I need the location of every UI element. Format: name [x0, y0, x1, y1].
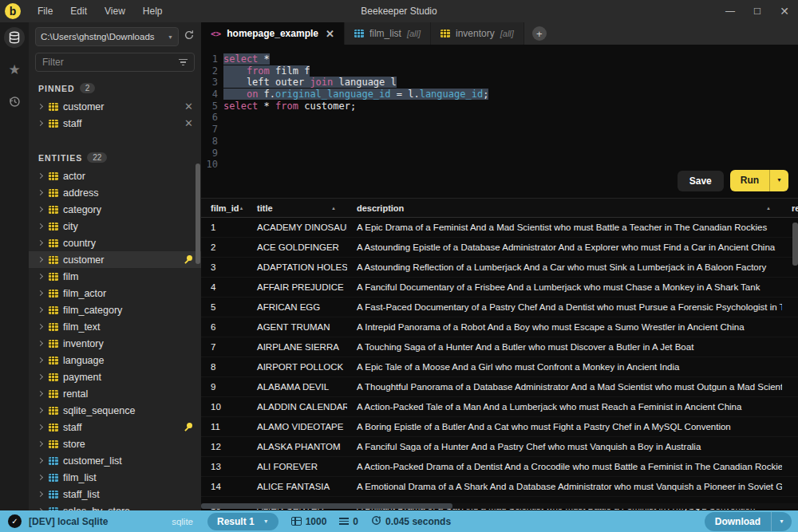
cell[interactable]: 7: [201, 342, 247, 352]
database-icon[interactable]: [4, 27, 25, 48]
cell[interactable]: 4: [201, 282, 247, 292]
table-row[interactable]: 14ALICE FANTASIAA Emotional Drama of a A…: [201, 477, 798, 497]
tab-homepage_example[interactable]: <>homepage_example✕: [201, 22, 345, 45]
cell[interactable]: 6: [201, 322, 247, 332]
cell[interactable]: AFFAIR PREJUDICE: [247, 282, 347, 292]
entity-filter[interactable]: [35, 53, 195, 72]
sidebar-item-city[interactable]: city: [29, 218, 201, 234]
table-row[interactable]: 11ALAMO VIDEOTAPEA Boring Epistle of a B…: [201, 417, 798, 437]
cell[interactable]: 3: [201, 262, 247, 272]
download-options-caret-icon[interactable]: ▼: [772, 514, 792, 528]
chevron-right-icon[interactable]: [38, 441, 43, 447]
table-row[interactable]: 1ACADEMY DINOSAURA Epic Drama of a Femin…: [201, 218, 798, 238]
run-button-label[interactable]: Run: [730, 170, 770, 191]
sidebar-item-film[interactable]: film: [29, 268, 201, 285]
chevron-right-icon[interactable]: [38, 173, 43, 179]
tab-inventory[interactable]: inventory[all]: [431, 22, 524, 45]
table-row[interactable]: 5AFRICAN EGGA Fast-Paced Documentary of …: [201, 298, 798, 317]
chevron-right-icon[interactable]: [38, 508, 43, 510]
sidebar-item-rental[interactable]: rental: [29, 385, 201, 402]
refresh-icon[interactable]: [184, 30, 195, 44]
maximize-icon[interactable]: ☐: [744, 0, 771, 22]
chevron-right-icon[interactable]: [38, 458, 43, 463]
cell[interactable]: ALABAMA DEVIL: [247, 382, 347, 392]
horizontal-scroll-thumb[interactable]: [201, 503, 452, 509]
table-row[interactable]: 10ALADDIN CALENDARA Action-Packed Tale o…: [201, 397, 798, 417]
sql-editor[interactable]: 12345678910 select * from film f left ou…: [201, 45, 798, 198]
chevron-right-icon[interactable]: [38, 290, 43, 296]
result-selector[interactable]: Result 1 ▼: [207, 513, 279, 530]
sidebar-item-actor[interactable]: actor: [29, 167, 201, 184]
menu-help[interactable]: Help: [134, 0, 172, 22]
unpin-close-icon[interactable]: ✕: [184, 100, 193, 112]
chevron-right-icon[interactable]: [38, 223, 43, 229]
cell[interactable]: ALI FOREVER: [247, 462, 347, 471]
chevron-right-icon[interactable]: [38, 491, 43, 497]
tab-film_list[interactable]: film_list[all]: [345, 22, 431, 45]
sidebar-item-language[interactable]: language: [29, 352, 201, 368]
chevron-right-icon[interactable]: [38, 341, 43, 346]
chevron-right-icon[interactable]: [38, 475, 43, 480]
run-options-caret-icon[interactable]: ▼: [770, 170, 788, 191]
chevron-right-icon[interactable]: [38, 357, 43, 363]
download-button[interactable]: Download ▼: [705, 512, 792, 531]
close-icon[interactable]: ✕: [771, 0, 798, 22]
save-button[interactable]: Save: [678, 171, 724, 191]
cell[interactable]: 12: [201, 442, 247, 451]
cell[interactable]: A Fanciful Documentary of a Frisbee And …: [347, 282, 782, 292]
cell[interactable]: A Epic Tale of a Moose And a Girl who mu…: [347, 362, 782, 372]
minimize-icon[interactable]: —: [717, 0, 744, 22]
table-row[interactable]: 3ADAPTATION HOLESA Astounding Reflection…: [201, 258, 798, 278]
cell[interactable]: AIRPORT POLLOCK: [247, 362, 347, 372]
cell[interactable]: A Action-Packed Tale of a Man And a Lumb…: [347, 402, 782, 412]
chevron-right-icon[interactable]: [38, 274, 43, 279]
pin-icon[interactable]: [182, 254, 193, 266]
results-vertical-scrollbar[interactable]: [792, 223, 798, 266]
table-row[interactable]: 12ALASKA PHANTOMA Fanciful Saga of a Hun…: [201, 437, 798, 457]
tab-close-icon[interactable]: ✕: [326, 28, 334, 40]
sidebar-item-film_list[interactable]: film_list: [29, 469, 201, 486]
cell[interactable]: ALADDIN CALENDAR: [247, 402, 347, 412]
sidebar-item-address[interactable]: address: [29, 184, 201, 201]
connection-name[interactable]: [DEV] local Sqlite: [29, 516, 108, 527]
sidebar-item-customer_list[interactable]: customer_list: [29, 452, 201, 469]
column-header-re[interactable]: re: [782, 203, 798, 213]
cell[interactable]: AIRPLANE SIERRA: [247, 342, 347, 352]
sidebar-item-film_category[interactable]: film_category: [29, 301, 201, 318]
cell[interactable]: A Fanciful Saga of a Hunter And a Pastry…: [347, 442, 782, 451]
pinned-item-staff[interactable]: staff✕: [29, 115, 201, 132]
chevron-right-icon[interactable]: [38, 104, 43, 109]
sidebar-item-staff_list[interactable]: staff_list: [29, 486, 201, 502]
sidebar-item-film_text[interactable]: film_text: [29, 318, 201, 335]
cell[interactable]: A Astounding Reflection of a Lumberjack …: [347, 262, 782, 272]
download-button-label[interactable]: Download: [705, 512, 772, 531]
run-button[interactable]: Run ▼: [730, 170, 788, 191]
menu-view[interactable]: View: [96, 0, 134, 22]
table-row[interactable]: 13ALI FOREVERA Action-Packed Drama of a …: [201, 457, 798, 477]
menu-file[interactable]: File: [29, 0, 61, 22]
sidebar-item-sqlite_sequence[interactable]: sqlite_sequence: [29, 402, 201, 419]
table-row[interactable]: 7AIRPLANE SIERRAA Touching Saga of a Hun…: [201, 337, 798, 357]
cell[interactable]: A Boring Epistle of a Butler And a Cat w…: [347, 422, 782, 432]
sidebar-item-staff[interactable]: staff: [29, 419, 201, 435]
new-tab-button[interactable]: +: [532, 26, 547, 41]
favorites-star-icon[interactable]: ★: [4, 59, 25, 80]
chevron-right-icon[interactable]: [38, 240, 43, 246]
sidebar-item-payment[interactable]: payment: [29, 368, 201, 385]
cell[interactable]: 13: [201, 462, 247, 471]
cell[interactable]: 1: [201, 223, 247, 232]
menu-edit[interactable]: Edit: [61, 0, 96, 22]
unpin-close-icon[interactable]: ✕: [184, 117, 193, 129]
table-row[interactable]: 2ACE GOLDFINGERA Astounding Epistle of a…: [201, 238, 798, 258]
cell[interactable]: A Action-Packed Drama of a Dentist And a…: [347, 462, 782, 471]
cell[interactable]: ALASKA PHANTOM: [247, 442, 347, 451]
chevron-right-icon[interactable]: [38, 207, 43, 212]
table-row[interactable]: 6AGENT TRUMANA Intrepid Panorama of a Ro…: [201, 317, 798, 337]
cell[interactable]: 2: [201, 242, 247, 252]
sidebar-item-category[interactable]: category: [29, 201, 201, 218]
pin-icon[interactable]: [182, 422, 193, 433]
chevron-right-icon[interactable]: [38, 120, 43, 126]
chevron-right-icon[interactable]: [38, 391, 43, 396]
sidebar-item-customer[interactable]: customer: [29, 251, 201, 268]
sort-arrow-icon[interactable]: ▲: [331, 206, 342, 211]
